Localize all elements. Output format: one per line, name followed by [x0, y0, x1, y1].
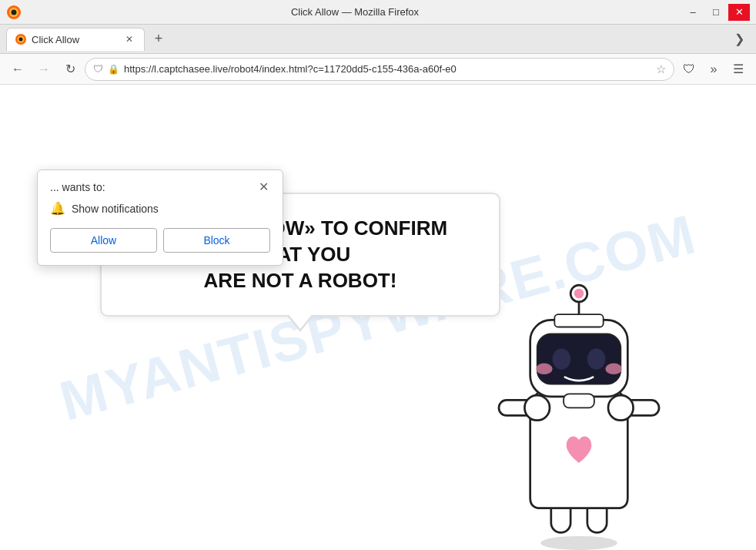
allow-button[interactable]: Allow [50, 228, 157, 253]
robot-svg [448, 257, 710, 550]
permission-text: Show notifications [72, 203, 159, 215]
svg-point-18 [587, 349, 606, 370]
tab-close-button[interactable]: ✕ [122, 32, 136, 46]
forward-button[interactable]: → [32, 58, 55, 81]
popup-close-button[interactable]: ✕ [257, 181, 270, 193]
nav-bar: ← → ↻ 🛡 🔒 https://l.captchasee.live/robo… [0, 54, 756, 85]
title-bar: Click Allow — Mozilla Firefox – □ ✕ [0, 0, 756, 25]
close-button[interactable]: ✕ [728, 4, 750, 21]
maximize-button[interactable]: □ [705, 4, 727, 21]
bell-icon: 🔔 [50, 201, 65, 216]
notification-popup: ... wants to: ✕ 🔔 Show notifications All… [37, 169, 283, 266]
active-tab[interactable]: Click Allow ✕ [6, 28, 145, 51]
window-title: Click Allow — Mozilla Firefox [28, 6, 682, 18]
svg-point-17 [553, 349, 571, 370]
page-content: MYANTISPYWARE.COM ... wants to: ✕ 🔔 Show… [0, 85, 756, 550]
svg-point-12 [608, 395, 634, 421]
tab-list-button[interactable]: ❯ [728, 29, 750, 50]
block-button[interactable]: Block [163, 228, 270, 253]
bookmark-star-icon[interactable]: ☆ [656, 62, 666, 76]
svg-point-5 [19, 38, 23, 42]
svg-point-20 [605, 364, 622, 374]
popup-header: ... wants to: ✕ [50, 181, 270, 193]
svg-point-19 [536, 364, 553, 374]
svg-point-24 [574, 289, 584, 299]
new-tab-button[interactable]: + [148, 29, 169, 50]
address-bar[interactable]: 🛡 🔒 https://l.captchasee.live/robot4/ind… [85, 58, 674, 81]
permission-row: 🔔 Show notifications [50, 201, 270, 216]
tab-favicon [15, 33, 27, 45]
lock-icon: 🔒 [108, 64, 119, 75]
window-controls: – □ ✕ [682, 4, 750, 21]
popup-buttons: Allow Block [50, 228, 270, 253]
back-button[interactable]: ← [6, 58, 29, 81]
svg-rect-25 [554, 314, 603, 327]
reload-button[interactable]: ↻ [59, 58, 82, 81]
robot-illustration [448, 257, 710, 550]
overflow-button[interactable]: » [702, 58, 725, 81]
url-text[interactable]: https://l.captchasee.live/robot4/index.h… [124, 63, 651, 75]
svg-point-6 [540, 536, 617, 550]
minimize-button[interactable]: – [682, 4, 704, 21]
message-line2: ARE NOT A ROBOT! [204, 269, 397, 292]
svg-point-11 [524, 395, 550, 421]
svg-point-2 [12, 9, 17, 15]
tab-bar: Click Allow ✕ + ❯ [0, 25, 756, 54]
menu-button[interactable]: ☰ [727, 58, 750, 81]
extensions-button[interactable]: 🛡 [677, 58, 701, 81]
tab-label: Click Allow [32, 34, 118, 45]
nav-right-buttons: 🛡 » ☰ [677, 58, 750, 81]
firefox-icon [6, 5, 22, 20]
shield-icon: 🛡 [93, 63, 103, 75]
svg-rect-21 [564, 394, 594, 407]
wants-to-text: ... wants to: [50, 181, 105, 193]
